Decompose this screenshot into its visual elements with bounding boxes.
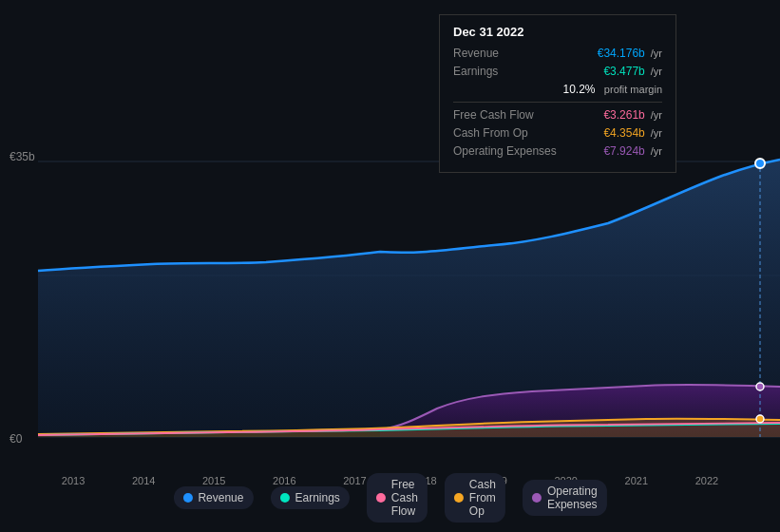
- legend-earnings[interactable]: Earnings: [270, 486, 349, 509]
- legend-cash-op-dot: [454, 493, 464, 503]
- tooltip-earnings-row: Earnings €3.477b/yr: [453, 65, 662, 78]
- chart-container: €35b €0 Dec 31 2022 Revenue €34.176b/yr …: [0, 0, 780, 532]
- tooltip-fcf-value: €3.261b/yr: [603, 108, 662, 122]
- chart-legend: Revenue Earnings Free Cash Flow Cash Fro…: [173, 473, 606, 522]
- y-axis-label-0: €0: [10, 432, 22, 446]
- legend-cash-from-op[interactable]: Cash From Op: [445, 473, 505, 522]
- tooltip-cash-op-value: €4.354b/yr: [603, 126, 662, 140]
- tooltip-earnings-label: Earnings: [453, 65, 498, 78]
- tooltip-cash-op-row: Cash From Op €4.354b/yr: [453, 126, 662, 140]
- tooltip-panel: Dec 31 2022 Revenue €34.176b/yr Earnings…: [439, 14, 676, 173]
- legend-revenue-dot: [182, 493, 192, 503]
- legend-earnings-label: Earnings: [295, 491, 339, 504]
- legend-fcf-label: Free Cash Flow: [391, 478, 418, 518]
- legend-op-exp-dot: [532, 493, 542, 503]
- x-label-2013: 2013: [62, 475, 85, 486]
- revenue-dot: [755, 159, 765, 168]
- tooltip-date: Dec 31 2022: [453, 25, 662, 39]
- tooltip-op-exp-label: Operating Expenses: [453, 144, 557, 158]
- tooltip-earnings-value: €3.477b/yr: [603, 65, 662, 78]
- tooltip-revenue-row: Revenue €34.176b/yr: [453, 47, 662, 60]
- tooltip-revenue-label: Revenue: [453, 47, 499, 60]
- legend-revenue-label: Revenue: [198, 491, 243, 504]
- cash-op-dot: [756, 415, 764, 423]
- tooltip-op-exp-row: Operating Expenses €7.924b/yr: [453, 144, 662, 158]
- x-label-2014: 2014: [132, 475, 155, 486]
- x-label-2022: 2022: [695, 475, 718, 486]
- legend-free-cash-flow[interactable]: Free Cash Flow: [367, 473, 428, 522]
- x-label-2021: 2021: [625, 475, 648, 486]
- tooltip-fcf-row: Free Cash Flow €3.261b/yr: [453, 108, 662, 122]
- tooltip-revenue-value: €34.176b/yr: [598, 47, 662, 60]
- legend-earnings-dot: [279, 493, 289, 503]
- legend-revenue[interactable]: Revenue: [173, 486, 253, 509]
- legend-operating-expenses[interactable]: Operating Expenses: [523, 480, 607, 516]
- tooltip-cash-op-label: Cash From Op: [453, 126, 528, 140]
- tooltip-profit-margin-row: 10.2% profit margin: [453, 83, 662, 96]
- legend-fcf-dot: [376, 493, 386, 503]
- y-axis-label-35b: €35b: [10, 150, 35, 163]
- tooltip-fcf-label: Free Cash Flow: [453, 108, 534, 122]
- tooltip-profit-margin-value: 10.2% profit margin: [562, 83, 662, 96]
- tooltip-op-exp-value: €7.924b/yr: [603, 144, 662, 158]
- legend-cash-op-label: Cash From Op: [469, 478, 496, 518]
- legend-op-exp-label: Operating Expenses: [547, 484, 598, 511]
- op-exp-dot: [756, 383, 764, 390]
